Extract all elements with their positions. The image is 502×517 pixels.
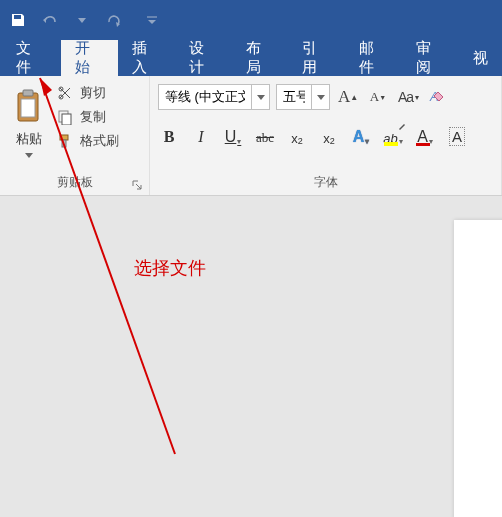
tab-review[interactable]: 审阅	[402, 40, 459, 76]
tab-layout[interactable]: 布局	[232, 40, 289, 76]
paste-icon	[12, 86, 46, 128]
annotation-text: 选择文件	[134, 256, 206, 280]
font-color-button[interactable]: A▾	[414, 124, 436, 146]
svg-rect-1	[23, 90, 33, 96]
ribbon: 粘贴 剪切 复制	[0, 76, 502, 196]
document-page[interactable]	[454, 220, 502, 517]
tab-view[interactable]: 视	[459, 40, 502, 76]
group-font: A▲ A▼ Aa▾ A B I U▾ abc x2 x2 A▾ ab ▾	[150, 76, 502, 195]
undo-dropdown-icon[interactable]	[72, 10, 92, 30]
group-clipboard: 粘贴 剪切 复制	[0, 76, 150, 195]
font-name-combo[interactable]	[158, 84, 270, 110]
save-icon[interactable]	[8, 10, 28, 30]
grow-font-button[interactable]: A▲	[336, 85, 360, 109]
cut-button[interactable]: 剪切	[56, 84, 119, 102]
shrink-font-button[interactable]: A▼	[366, 85, 390, 109]
format-painter-icon	[56, 132, 74, 150]
customize-qat-icon[interactable]	[142, 10, 162, 30]
font-size-dropdown-icon[interactable]	[311, 85, 329, 109]
tab-home[interactable]: 开始	[61, 40, 118, 76]
clipboard-launcher-icon[interactable]	[131, 179, 143, 191]
paste-button[interactable]: 粘贴	[6, 80, 52, 160]
italic-button[interactable]: I	[190, 124, 212, 146]
superscript-button[interactable]: x2	[318, 124, 340, 146]
clipboard-group-label: 剪贴板	[6, 172, 143, 193]
document-area	[0, 196, 502, 517]
font-size-combo[interactable]	[276, 84, 330, 110]
menu-bar: 文件 开始 插入 设计 布局 引用 邮件 审阅 视	[0, 40, 502, 76]
tab-insert[interactable]: 插入	[118, 40, 175, 76]
text-effects-button[interactable]: A▾	[350, 124, 372, 146]
scissors-icon	[56, 84, 74, 102]
copy-icon	[56, 108, 74, 126]
cut-label: 剪切	[80, 84, 106, 102]
strikethrough-button[interactable]: abc	[254, 124, 276, 146]
underline-button[interactable]: U▾	[222, 124, 244, 146]
format-painter-button[interactable]: 格式刷	[56, 132, 119, 150]
font-size-input[interactable]	[277, 85, 311, 109]
highlight-button[interactable]: ab ▾	[382, 124, 404, 146]
tab-design[interactable]: 设计	[175, 40, 232, 76]
tab-file[interactable]: 文件	[0, 40, 61, 76]
svg-rect-6	[62, 114, 71, 125]
font-group-label: 字体	[156, 172, 495, 193]
copy-button[interactable]: 复制	[56, 108, 119, 126]
clear-formatting-button[interactable]: A	[426, 86, 448, 108]
paste-label: 粘贴	[16, 130, 42, 148]
bold-button[interactable]: B	[158, 124, 180, 146]
tab-mailings[interactable]: 邮件	[345, 40, 402, 76]
font-name-dropdown-icon[interactable]	[251, 85, 269, 109]
paste-dropdown-icon[interactable]	[25, 150, 33, 160]
font-name-input[interactable]	[159, 85, 251, 109]
svg-rect-2	[21, 99, 35, 117]
char-shading-button[interactable]: A	[446, 124, 468, 146]
change-case-button[interactable]: Aa▾	[396, 85, 420, 109]
copy-label: 复制	[80, 108, 106, 126]
undo-icon[interactable]	[40, 10, 60, 30]
tab-references[interactable]: 引用	[288, 40, 345, 76]
title-bar	[0, 0, 502, 40]
format-painter-label: 格式刷	[80, 132, 119, 150]
subscript-button[interactable]: x2	[286, 124, 308, 146]
svg-rect-8	[62, 140, 66, 147]
svg-rect-7	[60, 135, 68, 140]
redo-icon[interactable]	[104, 10, 124, 30]
